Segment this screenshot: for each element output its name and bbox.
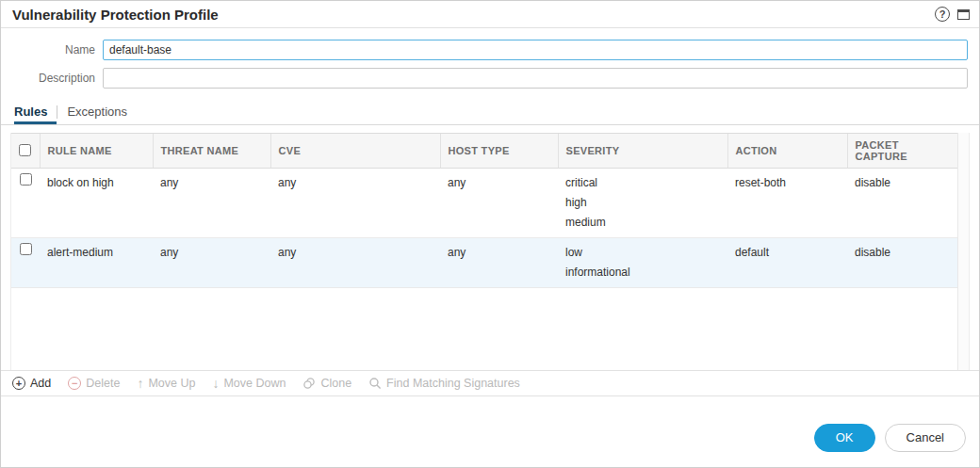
add-icon: + [12, 377, 25, 390]
table-row[interactable]: block on high any any any critical high … [11, 169, 957, 238]
cell-action: reset-both [727, 169, 847, 238]
titlebar-icons: ? [935, 7, 970, 22]
cell-threat-name: any [153, 169, 270, 238]
column-header-threat-name[interactable]: THREAT NAME [153, 134, 270, 169]
table-row[interactable]: alert-medium any any any low information… [11, 238, 957, 288]
cell-severity: low informational [558, 238, 727, 288]
name-input[interactable] [103, 40, 968, 60]
dialog-footer: OK Cancel [1, 396, 979, 467]
description-label: Description [1, 72, 103, 85]
select-all-checkbox[interactable] [19, 144, 31, 156]
column-header-rule-name[interactable]: RULE NAME [40, 134, 153, 169]
clone-button[interactable]: Clone [302, 377, 351, 390]
column-header-action[interactable]: ACTION [727, 134, 847, 169]
move-down-button[interactable]: ↓ Move Down [212, 377, 286, 390]
row-checkbox[interactable] [20, 243, 32, 255]
cell-host-type: any [440, 238, 558, 288]
clone-icon [302, 377, 316, 390]
column-header-packet-capture[interactable]: PACKET CAPTURE [847, 134, 957, 169]
cell-packet-capture: disable [847, 238, 957, 288]
table-header-row: RULE NAME THREAT NAME CVE HOST TYPE SEVE… [11, 134, 957, 169]
table-scrollbar[interactable] [957, 133, 969, 370]
cell-action: default [727, 238, 847, 288]
delete-button[interactable]: − Delete [68, 377, 120, 390]
column-header-severity[interactable]: SEVERITY [558, 134, 727, 169]
cell-rule-name[interactable]: block on high [40, 169, 153, 238]
row-checkbox-cell [11, 238, 40, 288]
move-down-icon: ↓ [212, 377, 219, 390]
cell-severity: critical high medium [558, 169, 727, 238]
column-header-cve[interactable]: CVE [270, 134, 440, 169]
row-checkbox-cell [11, 169, 40, 238]
add-button[interactable]: + Add [12, 377, 51, 390]
table-toolbar: + Add − Delete ↑ Move Up ↓ Move Down Clo… [1, 370, 979, 396]
cell-cve: any [270, 169, 440, 238]
cell-host-type: any [440, 169, 558, 238]
move-up-label: Move Up [148, 377, 195, 390]
description-row: Description [1, 68, 979, 89]
dialog-titlebar: Vulnerability Protection Profile ? [1, 1, 979, 28]
row-checkbox[interactable] [20, 173, 32, 186]
find-matching-signatures-label: Find Matching Signatures [386, 377, 520, 390]
select-all-header [11, 134, 40, 169]
description-input[interactable] [103, 68, 968, 89]
cell-rule-name[interactable]: alert-medium [40, 238, 153, 288]
tab-rules[interactable]: Rules [14, 105, 57, 124]
help-icon[interactable]: ? [935, 7, 950, 22]
tab-exceptions[interactable]: Exceptions [57, 105, 137, 124]
cell-cve: any [270, 238, 440, 288]
clone-label: Clone [320, 377, 351, 390]
rules-table-area: RULE NAME THREAT NAME CVE HOST TYPE SEVE… [10, 133, 970, 370]
move-up-icon: ↑ [137, 377, 143, 390]
cell-threat-name: any [153, 238, 270, 288]
window-icon[interactable] [957, 9, 970, 20]
column-header-host-type[interactable]: HOST TYPE [440, 134, 558, 169]
move-up-button[interactable]: ↑ Move Up [137, 377, 195, 390]
rules-table: RULE NAME THREAT NAME CVE HOST TYPE SEVE… [11, 133, 957, 288]
cancel-button[interactable]: Cancel [885, 424, 966, 452]
name-label: Name [1, 43, 103, 56]
cell-packet-capture: disable [847, 169, 957, 238]
delete-label: Delete [86, 377, 120, 390]
tab-bar: Rules Exceptions [1, 100, 979, 125]
ok-button[interactable]: OK [814, 424, 875, 452]
add-label: Add [30, 377, 51, 390]
vulnerability-protection-profile-dialog: Vulnerability Protection Profile ? Name … [0, 0, 980, 468]
move-down-label: Move Down [223, 377, 286, 390]
delete-icon: − [68, 377, 81, 390]
dialog-title: Vulnerability Protection Profile [12, 7, 219, 23]
name-row: Name [1, 40, 979, 60]
profile-form: Name Description [1, 28, 979, 100]
search-icon [368, 377, 382, 390]
find-matching-signatures-button[interactable]: Find Matching Signatures [368, 377, 520, 390]
